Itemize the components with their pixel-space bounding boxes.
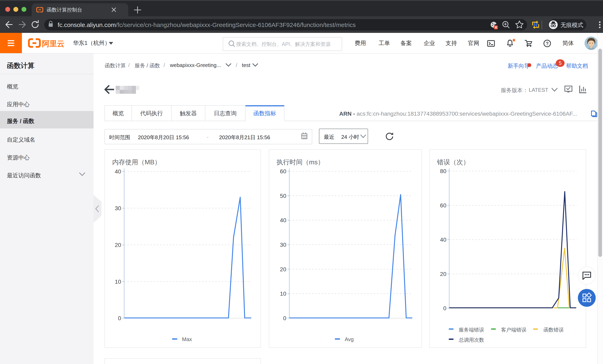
- svg-text:5: 5: [559, 60, 562, 66]
